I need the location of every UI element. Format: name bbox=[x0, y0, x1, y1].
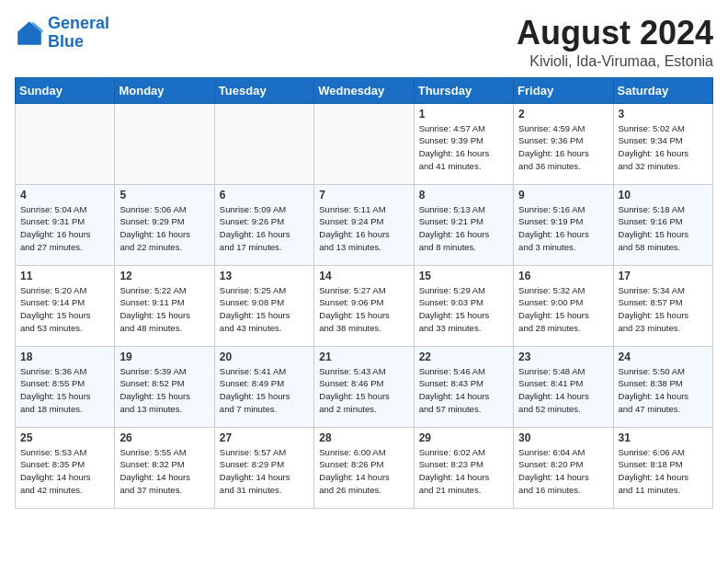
weekday-header-wednesday: Wednesday bbox=[314, 77, 414, 103]
day-info: Sunrise: 6:00 AM Sunset: 8:26 PM Dayligh… bbox=[319, 446, 408, 497]
location: Kivioli, Ida-Virumaa, Estonia bbox=[517, 53, 713, 70]
calendar-cell: 17Sunrise: 5:34 AM Sunset: 8:57 PM Dayli… bbox=[613, 265, 712, 346]
calendar-cell: 11Sunrise: 5:20 AM Sunset: 9:14 PM Dayli… bbox=[16, 265, 115, 346]
day-number: 18 bbox=[20, 350, 109, 363]
logo-text: General Blue bbox=[48, 15, 109, 52]
svg-marker-0 bbox=[17, 21, 41, 45]
day-number: 16 bbox=[518, 270, 608, 282]
day-info: Sunrise: 4:59 AM Sunset: 9:36 PM Dayligh… bbox=[518, 122, 608, 173]
calendar-cell: 30Sunrise: 6:04 AM Sunset: 8:20 PM Dayli… bbox=[514, 427, 613, 508]
calendar-cell: 24Sunrise: 5:50 AM Sunset: 8:38 PM Dayli… bbox=[613, 346, 712, 427]
day-number: 1 bbox=[419, 108, 508, 121]
day-info: Sunrise: 5:43 AM Sunset: 8:46 PM Dayligh… bbox=[319, 365, 408, 416]
calendar-cell: 28Sunrise: 6:00 AM Sunset: 8:26 PM Dayli… bbox=[314, 427, 414, 508]
calendar-cell: 22Sunrise: 5:46 AM Sunset: 8:43 PM Dayli… bbox=[414, 346, 513, 427]
calendar-cell bbox=[314, 103, 414, 184]
calendar-cell: 13Sunrise: 5:25 AM Sunset: 9:08 PM Dayli… bbox=[214, 265, 313, 346]
day-info: Sunrise: 5:53 AM Sunset: 8:35 PM Dayligh… bbox=[20, 446, 109, 497]
day-number: 22 bbox=[419, 350, 508, 363]
day-number: 26 bbox=[119, 431, 209, 444]
day-info: Sunrise: 5:48 AM Sunset: 8:41 PM Dayligh… bbox=[518, 365, 608, 416]
day-number: 23 bbox=[518, 350, 608, 363]
day-number: 21 bbox=[319, 350, 408, 363]
day-number: 8 bbox=[419, 189, 508, 201]
logo-line2: Blue bbox=[48, 32, 84, 51]
day-info: Sunrise: 6:02 AM Sunset: 8:23 PM Dayligh… bbox=[419, 446, 508, 497]
day-info: Sunrise: 5:11 AM Sunset: 9:24 PM Dayligh… bbox=[319, 203, 408, 254]
calendar-cell: 18Sunrise: 5:36 AM Sunset: 8:55 PM Dayli… bbox=[16, 346, 115, 427]
day-number: 29 bbox=[419, 431, 508, 444]
weekday-header-friday: Friday bbox=[514, 77, 613, 103]
calendar-week-row: 18Sunrise: 5:36 AM Sunset: 8:55 PM Dayli… bbox=[16, 346, 713, 427]
day-info: Sunrise: 5:39 AM Sunset: 8:52 PM Dayligh… bbox=[119, 365, 209, 416]
day-number: 17 bbox=[619, 270, 708, 282]
day-number: 15 bbox=[419, 270, 508, 282]
day-info: Sunrise: 5:41 AM Sunset: 8:49 PM Dayligh… bbox=[220, 365, 309, 416]
day-number: 30 bbox=[518, 431, 608, 444]
calendar-cell: 25Sunrise: 5:53 AM Sunset: 8:35 PM Dayli… bbox=[16, 427, 115, 508]
title-block: August 2024 Kivioli, Ida-Virumaa, Estoni… bbox=[517, 15, 713, 70]
calendar-cell: 19Sunrise: 5:39 AM Sunset: 8:52 PM Dayli… bbox=[115, 346, 214, 427]
calendar-cell: 10Sunrise: 5:18 AM Sunset: 9:16 PM Dayli… bbox=[613, 184, 712, 265]
day-number: 9 bbox=[518, 189, 608, 201]
calendar-cell: 29Sunrise: 6:02 AM Sunset: 8:23 PM Dayli… bbox=[414, 427, 513, 508]
calendar-cell: 27Sunrise: 5:57 AM Sunset: 8:29 PM Dayli… bbox=[214, 427, 313, 508]
day-number: 10 bbox=[619, 189, 708, 201]
day-number: 28 bbox=[319, 431, 408, 444]
logo-icon bbox=[15, 18, 44, 48]
calendar-week-row: 11Sunrise: 5:20 AM Sunset: 9:14 PM Dayli… bbox=[16, 265, 713, 346]
calendar-cell: 6Sunrise: 5:09 AM Sunset: 9:26 PM Daylig… bbox=[214, 184, 313, 265]
day-info: Sunrise: 5:36 AM Sunset: 8:55 PM Dayligh… bbox=[20, 365, 109, 416]
calendar-cell: 20Sunrise: 5:41 AM Sunset: 8:49 PM Dayli… bbox=[214, 346, 313, 427]
day-info: Sunrise: 5:13 AM Sunset: 9:21 PM Dayligh… bbox=[419, 203, 508, 254]
day-info: Sunrise: 5:25 AM Sunset: 9:08 PM Dayligh… bbox=[220, 284, 309, 335]
day-number: 7 bbox=[319, 189, 408, 201]
day-info: Sunrise: 5:06 AM Sunset: 9:29 PM Dayligh… bbox=[119, 203, 209, 254]
day-number: 11 bbox=[20, 270, 109, 282]
calendar-cell bbox=[214, 103, 313, 184]
day-info: Sunrise: 5:29 AM Sunset: 9:03 PM Dayligh… bbox=[419, 284, 508, 335]
weekday-header-saturday: Saturday bbox=[613, 77, 712, 103]
calendar-week-row: 25Sunrise: 5:53 AM Sunset: 8:35 PM Dayli… bbox=[16, 427, 713, 508]
calendar-cell: 9Sunrise: 5:16 AM Sunset: 9:19 PM Daylig… bbox=[514, 184, 613, 265]
day-info: Sunrise: 5:18 AM Sunset: 9:16 PM Dayligh… bbox=[619, 203, 708, 254]
calendar-cell: 26Sunrise: 5:55 AM Sunset: 8:32 PM Dayli… bbox=[115, 427, 214, 508]
day-number: 31 bbox=[619, 431, 708, 444]
day-info: Sunrise: 6:06 AM Sunset: 8:18 PM Dayligh… bbox=[619, 446, 708, 497]
day-info: Sunrise: 5:02 AM Sunset: 9:34 PM Dayligh… bbox=[619, 122, 708, 173]
day-number: 12 bbox=[119, 270, 209, 282]
day-number: 20 bbox=[220, 350, 309, 363]
weekday-header-sunday: Sunday bbox=[16, 77, 115, 103]
calendar-week-row: 1Sunrise: 4:57 AM Sunset: 9:39 PM Daylig… bbox=[16, 103, 713, 184]
weekday-header-tuesday: Tuesday bbox=[214, 77, 313, 103]
calendar-cell: 14Sunrise: 5:27 AM Sunset: 9:06 PM Dayli… bbox=[314, 265, 414, 346]
calendar-cell: 12Sunrise: 5:22 AM Sunset: 9:11 PM Dayli… bbox=[115, 265, 214, 346]
calendar-cell: 8Sunrise: 5:13 AM Sunset: 9:21 PM Daylig… bbox=[414, 184, 513, 265]
weekday-header-thursday: Thursday bbox=[414, 77, 513, 103]
calendar-cell: 15Sunrise: 5:29 AM Sunset: 9:03 PM Dayli… bbox=[414, 265, 513, 346]
calendar-cell: 21Sunrise: 5:43 AM Sunset: 8:46 PM Dayli… bbox=[314, 346, 414, 427]
calendar-cell: 3Sunrise: 5:02 AM Sunset: 9:34 PM Daylig… bbox=[613, 103, 712, 184]
month-year: August 2024 bbox=[517, 15, 713, 52]
day-info: Sunrise: 5:57 AM Sunset: 8:29 PM Dayligh… bbox=[220, 446, 309, 497]
calendar-cell: 2Sunrise: 4:59 AM Sunset: 9:36 PM Daylig… bbox=[514, 103, 613, 184]
day-info: Sunrise: 6:04 AM Sunset: 8:20 PM Dayligh… bbox=[518, 446, 608, 497]
day-info: Sunrise: 5:32 AM Sunset: 9:00 PM Dayligh… bbox=[518, 284, 608, 335]
weekday-header-monday: Monday bbox=[115, 77, 214, 103]
calendar-cell bbox=[16, 103, 115, 184]
day-number: 25 bbox=[20, 431, 109, 444]
calendar-cell bbox=[115, 103, 214, 184]
weekday-header-row: SundayMondayTuesdayWednesdayThursdayFrid… bbox=[16, 77, 713, 103]
calendar-cell: 31Sunrise: 6:06 AM Sunset: 8:18 PM Dayli… bbox=[613, 427, 712, 508]
day-number: 27 bbox=[220, 431, 309, 444]
calendar-cell: 7Sunrise: 5:11 AM Sunset: 9:24 PM Daylig… bbox=[314, 184, 414, 265]
logo: General Blue bbox=[15, 15, 109, 52]
day-info: Sunrise: 4:57 AM Sunset: 9:39 PM Dayligh… bbox=[419, 122, 508, 173]
day-info: Sunrise: 5:34 AM Sunset: 8:57 PM Dayligh… bbox=[619, 284, 708, 335]
day-number: 14 bbox=[319, 270, 408, 282]
day-number: 3 bbox=[619, 108, 708, 121]
calendar-cell: 16Sunrise: 5:32 AM Sunset: 9:00 PM Dayli… bbox=[514, 265, 613, 346]
day-info: Sunrise: 5:09 AM Sunset: 9:26 PM Dayligh… bbox=[220, 203, 309, 254]
page-header: General Blue August 2024 Kivioli, Ida-Vi… bbox=[15, 15, 713, 70]
day-number: 4 bbox=[20, 189, 109, 201]
